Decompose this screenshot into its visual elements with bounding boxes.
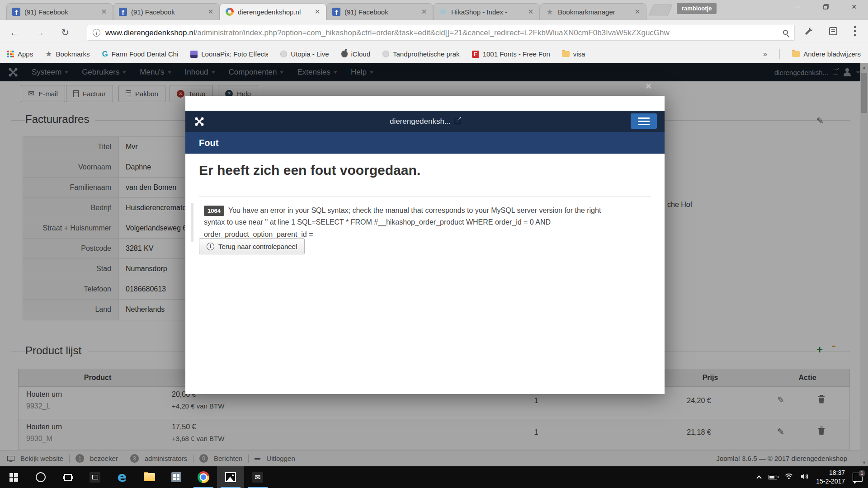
folder-icon: [562, 51, 570, 57]
bookmark-visa-folder[interactable]: visa: [562, 50, 585, 58]
tab-facebook-1[interactable]: f (91) Facebook ✕: [6, 3, 113, 20]
info-icon: i: [207, 243, 214, 250]
page-info-icon[interactable]: i: [93, 29, 100, 37]
windows-taskbar: e ✉ 18:37 15-2-2017 1: [0, 466, 868, 488]
battery-icon[interactable]: [769, 475, 777, 479]
store-icon: [171, 472, 181, 482]
tab-bookmarkmanager[interactable]: ★ Bookmarkmanager ✕: [540, 3, 646, 20]
address-bar[interactable]: i www.dierengedenkshop.nl/administrator/…: [87, 25, 795, 41]
tab-title: (91) Facebook: [344, 8, 415, 16]
back-icon[interactable]: ←: [7, 25, 22, 40]
task-view-button[interactable]: [54, 466, 81, 488]
tab-facebook-3[interactable]: f (91) Facebook ✕: [326, 3, 433, 20]
window-minimize-button[interactable]: ─: [784, 0, 812, 14]
clock-date: 15-2-2017: [816, 477, 845, 486]
speaker-icon[interactable]: [801, 473, 808, 482]
bookmark-utopia[interactable]: Utopia - Live: [280, 50, 329, 58]
tab-title: HikaShop - Index -: [451, 8, 522, 16]
tab-dierengedenkshop-active[interactable]: dierengedenkshop.nl ✕: [220, 3, 326, 20]
tab-facebook-2[interactable]: f (91) Facebook ✕: [113, 3, 220, 20]
bookmark-bookmarks-folder[interactable]: ★ Bookmarks: [45, 49, 90, 59]
reading-list-icon[interactable]: [828, 26, 838, 38]
back-to-control-panel-button[interactable]: i Terug naar controlepaneel: [199, 238, 305, 254]
browser-window: f (91) Facebook ✕ f (91) Facebook ✕ dier…: [0, 0, 868, 466]
messaging-app-button[interactable]: [81, 466, 108, 488]
mail-icon: ✉: [252, 472, 263, 483]
tab-title: Bookmarkmanager: [558, 8, 629, 16]
hikashop-favicon: [439, 8, 447, 16]
edge-button[interactable]: e: [108, 466, 136, 488]
photos-app-button[interactable]: [217, 466, 244, 488]
tab-close-icon[interactable]: ✕: [313, 7, 322, 16]
bookmark-other-bookmarks[interactable]: Andere bladwijzers: [792, 50, 861, 58]
chrome-profile-badge[interactable]: rambiootje: [677, 3, 717, 14]
bookmark-star-favicon: ★: [546, 8, 554, 16]
edge-icon: e: [118, 470, 127, 484]
bookmarks-overflow-chevron[interactable]: »: [763, 50, 767, 59]
store-button[interactable]: [163, 466, 190, 488]
bookmark-tandprothetische[interactable]: Tandprothetische prak: [382, 50, 460, 58]
modal-error-bar: Fout: [185, 132, 665, 154]
tab-close-icon[interactable]: ✕: [633, 7, 642, 16]
tab-close-icon[interactable]: ✕: [206, 7, 215, 16]
external-link-icon: [455, 119, 460, 124]
bookmarks-bar: Apps ★ Bookmarks G Farm Food Dental Chi …: [0, 45, 868, 63]
modal-header: dierengedenksh...: [185, 111, 665, 132]
tab-title: (91) Facebook: [24, 8, 95, 16]
photos-icon: [225, 472, 236, 482]
wrench-icon[interactable]: [804, 26, 814, 38]
tray-expand-icon[interactable]: [757, 475, 762, 480]
system-tray: 18:37 15-2-2017 1: [757, 466, 868, 488]
file-explorer-button[interactable]: [136, 466, 163, 488]
error-message: You have an error in your SQL syntax; ch…: [204, 206, 601, 238]
bookmark-loonapix[interactable]: LoonaPix: Foto Effecte: [190, 50, 268, 58]
window-close-button[interactable]: ✕: [840, 0, 868, 14]
clock-time: 18:37: [816, 469, 845, 477]
joomla-favicon: [226, 8, 234, 16]
windows-logo-icon: [9, 473, 18, 482]
tab-hikashop[interactable]: HikaShop - Index - ✕: [433, 3, 540, 20]
hamburger-menu-button[interactable]: [631, 113, 657, 129]
new-tab-button[interactable]: [648, 5, 673, 16]
chat-icon: [90, 472, 100, 483]
mail-app-button[interactable]: ✉: [244, 466, 271, 488]
tab-close-icon[interactable]: ✕: [526, 7, 535, 16]
photo-favicon: [190, 51, 198, 58]
apple-icon: [341, 51, 348, 57]
apps-grid-icon: [7, 51, 14, 57]
bookmark-1001fonts[interactable]: F 1001 Fonts - Free Font: [472, 50, 550, 58]
tab-close-icon[interactable]: ✕: [99, 7, 108, 16]
facebook-favicon: f: [119, 8, 127, 16]
window-restore-button[interactable]: [812, 0, 840, 14]
folder-icon: [144, 473, 155, 481]
divider: [199, 196, 651, 197]
modal-site-title[interactable]: dierengedenksh...: [185, 117, 665, 126]
bookmarks-divider: [779, 49, 780, 59]
bookmark-icloud[interactable]: iCloud: [341, 50, 371, 58]
tab-strip: f (91) Facebook ✕ f (91) Facebook ✕ dier…: [0, 0, 868, 20]
modal-close-icon[interactable]: ×: [645, 80, 652, 93]
bookmark-farmfood[interactable]: G Farm Food Dental Chi: [102, 50, 178, 59]
bookmark-apps[interactable]: Apps: [7, 50, 33, 58]
divider: [199, 270, 651, 270]
url-text[interactable]: www.dierengedenkshop.nl/administrator/in…: [105, 28, 776, 38]
taskbar-clock[interactable]: 18:37 15-2-2017: [816, 469, 845, 486]
chrome-menu-icon[interactable]: [854, 25, 856, 39]
action-center-icon[interactable]: 1: [853, 473, 863, 482]
tab-close-icon[interactable]: ✕: [420, 7, 429, 16]
wifi-icon[interactable]: [785, 473, 793, 481]
cortana-search-button[interactable]: [27, 466, 54, 488]
error-code-badge: 1064: [204, 206, 224, 216]
globe-favicon: [382, 51, 389, 57]
start-button[interactable]: [0, 466, 27, 488]
chrome-button[interactable]: [190, 466, 217, 488]
globe-favicon: [280, 51, 287, 57]
task-view-icon: [64, 474, 72, 481]
error-heading: Er heeft zich een fout voorgedaan.: [199, 163, 420, 178]
reload-icon[interactable]: ↻: [58, 25, 72, 40]
facebook-favicon: f: [332, 8, 340, 16]
chrome-icon: [198, 471, 209, 483]
forward-icon[interactable]: →: [33, 25, 47, 40]
zoom-level-icon[interactable]: [783, 30, 788, 35]
error-modal: dierengedenksh... Fout Er heeft zich een…: [185, 96, 665, 394]
